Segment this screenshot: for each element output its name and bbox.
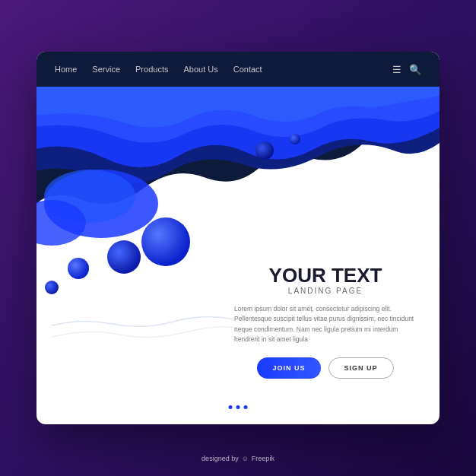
menu-icon[interactable]: ☰ — [392, 64, 401, 75]
nav-contact[interactable]: Contact — [233, 65, 262, 74]
dots-indicator — [229, 405, 248, 409]
sphere-medium — [107, 240, 141, 274]
sphere-top — [255, 141, 274, 160]
navbar: Home Service Products About Us Contact ☰… — [36, 52, 440, 87]
sphere-small — [68, 258, 89, 279]
nav-about[interactable]: About Us — [183, 65, 217, 74]
nav-icons: ☰ 🔍 — [392, 64, 421, 75]
svg-point-0 — [44, 170, 158, 238]
hero-subtitle: LANDING PAGE — [234, 287, 417, 295]
hero-content: YOUR TEXT LANDING PAGE Lorem ipsum dolor… — [234, 265, 417, 379]
sphere-top-small — [290, 134, 300, 144]
svg-point-2 — [36, 200, 86, 246]
hero-description: Lorem ipsum dolor sit amet, consectetur … — [234, 304, 417, 345]
hero-buttons: JOIN US SIGN UP — [234, 357, 417, 379]
dot-3[interactable] — [244, 405, 248, 409]
join-us-button[interactable]: JOIN US — [257, 357, 320, 379]
footer-label: designed by — [202, 455, 239, 462]
freepik-icon: ☺ — [242, 455, 249, 462]
shape-dark-bg — [36, 87, 440, 204]
nav-service[interactable]: Service — [92, 65, 120, 74]
sphere-tiny — [45, 281, 59, 294]
nav-products[interactable]: Products — [135, 65, 168, 74]
search-icon[interactable]: 🔍 — [409, 64, 421, 75]
sphere-large — [141, 217, 190, 266]
landing-card: Home Service Products About Us Contact ☰… — [36, 52, 440, 424]
svg-point-1 — [44, 170, 135, 223]
dot-1[interactable] — [229, 405, 233, 409]
hero-title: YOUR TEXT — [234, 265, 417, 287]
sign-up-button[interactable]: SIGN UP — [328, 357, 394, 379]
dot-2[interactable] — [236, 405, 240, 409]
nav-home[interactable]: Home — [55, 65, 77, 74]
nav-links: Home Service Products About Us Contact — [55, 65, 262, 74]
footer: designed by ☺ Freepik — [202, 455, 274, 462]
footer-brand: Freepik — [252, 455, 274, 462]
